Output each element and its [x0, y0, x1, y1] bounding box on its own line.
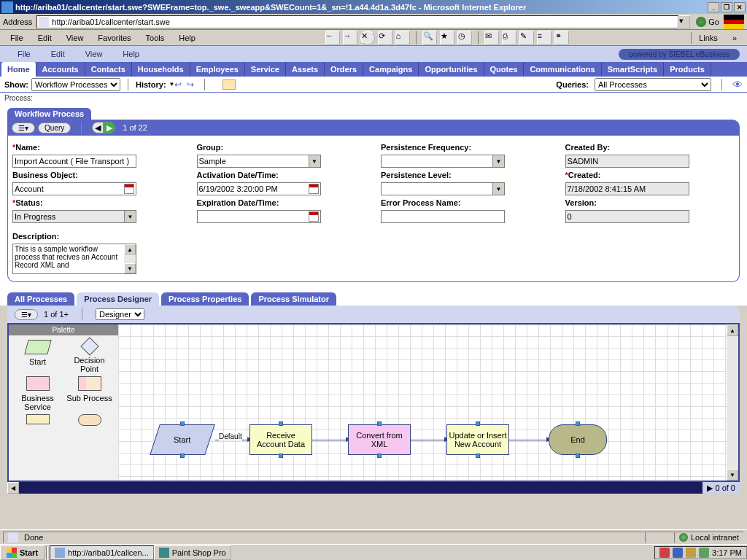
- queries-select[interactable]: All Processes: [595, 78, 711, 91]
- record-prev-button[interactable]: ◀: [92, 122, 104, 133]
- connector[interactable]: [509, 440, 549, 440]
- tab-households[interactable]: Households: [132, 62, 190, 77]
- restore-button[interactable]: ❐: [721, 2, 732, 12]
- ie-menu-favorites[interactable]: Favorites: [90, 32, 138, 44]
- step-end[interactable]: End: [549, 424, 607, 455]
- palette-decision[interactable]: Decision Point: [65, 340, 114, 373]
- bottom-hscroll[interactable]: ◀ ▶0 of 0: [7, 482, 740, 494]
- description-field[interactable]: This is a sample workflow process that r…: [12, 244, 136, 274]
- tab-orders[interactable]: Orders: [325, 62, 363, 77]
- calendar-icon[interactable]: [309, 184, 319, 194]
- app-menu-file[interactable]: File: [7, 48, 41, 60]
- tab-service[interactable]: Service: [245, 62, 286, 77]
- tab-assets[interactable]: Assets: [286, 62, 325, 77]
- record-next-button[interactable]: ▶: [104, 122, 115, 133]
- tray-icon[interactable]: [699, 548, 709, 558]
- ie-menu-view[interactable]: View: [59, 32, 91, 44]
- back-icon[interactable]: ←: [325, 31, 340, 45]
- binoculars-icon[interactable]: 👁: [732, 79, 743, 90]
- edit-icon[interactable]: ✎: [519, 31, 534, 45]
- step-convert-from-xml[interactable]: Convert from XML: [348, 424, 411, 455]
- search-icon[interactable]: 🔍: [422, 31, 437, 45]
- palette-business-service[interactable]: Business Service: [13, 376, 62, 411]
- scroll-left-icon[interactable]: ◀: [7, 482, 19, 494]
- palette-sub-process[interactable]: Sub Process: [65, 376, 114, 411]
- handle-icon[interactable]: [576, 421, 580, 426]
- task-ie[interactable]: http://ariba01/callcen...: [50, 545, 154, 560]
- connector[interactable]: [312, 440, 348, 440]
- address-dropdown[interactable]: ▾: [678, 15, 690, 28]
- history-forward-icon[interactable]: ↪: [187, 79, 197, 90]
- bo-field[interactable]: Account: [12, 182, 136, 195]
- task-psp[interactable]: Paint Shop Pro: [154, 545, 231, 560]
- tray-icon[interactable]: [686, 548, 696, 558]
- address-input[interactable]: http://ariba01/callcenter/start.swe: [36, 15, 678, 28]
- system-tray[interactable]: 3:17 PM: [654, 546, 747, 559]
- app-menu-edit[interactable]: Edit: [41, 48, 75, 60]
- show-select[interactable]: Workflow Processes: [31, 78, 120, 91]
- tab-campaigns[interactable]: Campaigns: [363, 62, 419, 77]
- designer-mode-select[interactable]: Designer: [96, 308, 144, 320]
- tab-products[interactable]: Products: [664, 62, 711, 77]
- expiration-field[interactable]: [197, 210, 321, 223]
- tab-contacts[interactable]: Contacts: [85, 62, 132, 77]
- chevron-down-icon[interactable]: ▼: [124, 211, 136, 222]
- chevron-down-icon[interactable]: ▼: [492, 155, 504, 167]
- palette-start[interactable]: Start: [13, 340, 62, 373]
- history-icon[interactable]: ◷: [457, 31, 472, 45]
- step-receive-account-data[interactable]: Receive Account Data: [249, 424, 312, 455]
- print-icon[interactable]: ⎙: [502, 31, 516, 45]
- tab-accounts[interactable]: Accounts: [36, 62, 85, 77]
- tab-employees[interactable]: Employees: [190, 62, 245, 77]
- handle-icon[interactable]: [576, 454, 580, 458]
- canvas[interactable]: Default Start Receive Account Data Conve…: [118, 324, 727, 481]
- canvas-vscroll[interactable]: ▲ ▼: [727, 324, 738, 481]
- palette-item-5[interactable]: [13, 414, 62, 429]
- designer-menu-button[interactable]: ☰▾: [15, 309, 38, 320]
- go-button[interactable]: Go: [696, 17, 719, 27]
- tray-icon[interactable]: [673, 548, 683, 558]
- refresh-icon[interactable]: ⟳: [378, 31, 392, 45]
- query-button[interactable]: Query: [38, 122, 71, 133]
- links-chevron-icon[interactable]: »: [725, 32, 744, 44]
- chevron-down-icon[interactable]: ▼: [309, 155, 320, 167]
- picklist-icon[interactable]: [124, 184, 134, 194]
- calendar-icon[interactable]: [309, 211, 319, 222]
- close-button[interactable]: ✕: [734, 2, 746, 12]
- palette-item-6[interactable]: [65, 414, 114, 429]
- persist-freq-field[interactable]: ▼: [381, 155, 505, 168]
- tab-opportunities[interactable]: Opportunities: [419, 62, 484, 77]
- status-field[interactable]: In Progress▼: [12, 210, 136, 223]
- handle-icon[interactable]: [476, 454, 480, 458]
- scroll-down-icon[interactable]: ▼: [727, 469, 738, 481]
- history-back-icon[interactable]: ↩: [174, 79, 185, 90]
- tab-quotes[interactable]: Quotes: [484, 62, 525, 77]
- scroll-up-icon[interactable]: ▲: [124, 244, 136, 254]
- related-icon[interactable]: ⚭: [554, 31, 569, 45]
- applet-menu-button[interactable]: ☰▾: [12, 122, 35, 133]
- step-update-insert-account[interactable]: Update or Insert New Account: [446, 424, 509, 455]
- home-icon[interactable]: ⌂: [395, 31, 410, 45]
- handle-icon[interactable]: [180, 454, 185, 458]
- scroll-down-icon[interactable]: ▼: [124, 263, 136, 273]
- stop-icon[interactable]: ✕: [360, 31, 375, 45]
- ie-menu-tools[interactable]: Tools: [139, 32, 172, 44]
- subtab-all-processes[interactable]: All Processes: [7, 292, 74, 306]
- error-proc-field[interactable]: [381, 210, 505, 223]
- name-field[interactable]: Import Account ( File Transport ): [12, 155, 136, 168]
- subtab-process-designer[interactable]: Process Designer: [77, 292, 159, 306]
- handle-icon[interactable]: [279, 421, 283, 426]
- links-label[interactable]: Links: [691, 32, 725, 44]
- tray-icon[interactable]: [659, 548, 670, 558]
- tab-smartscripts[interactable]: SmartScripts: [602, 62, 664, 77]
- ie-menu-help[interactable]: Help: [171, 32, 203, 44]
- ie-menu-file[interactable]: File: [3, 32, 31, 44]
- minimize-button[interactable]: _: [708, 2, 719, 12]
- step-start[interactable]: Start: [150, 424, 215, 455]
- discuss-icon[interactable]: ≡: [537, 31, 551, 45]
- tab-home[interactable]: Home: [1, 62, 36, 77]
- handle-icon[interactable]: [180, 421, 185, 426]
- handle-icon[interactable]: [279, 454, 283, 458]
- ie-menu-edit[interactable]: Edit: [31, 32, 59, 44]
- clock[interactable]: 3:17 PM: [712, 548, 742, 557]
